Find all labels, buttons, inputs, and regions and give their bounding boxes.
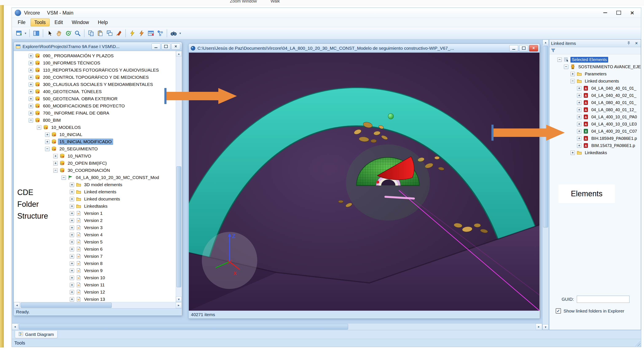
tree-item-label[interactable]: 04_LA_040_40_02_01_ [590, 93, 638, 98]
tree-item[interactable]: +A04_LA_080_40_01_12_ [550, 106, 641, 113]
explorer-close-button[interactable]: × [171, 43, 180, 50]
tree-item[interactable]: +300_CLAUSULAS SOCIALES Y MEDIOAMBIENTAL… [14, 81, 176, 88]
tree-item-label[interactable]: Parameters [584, 71, 608, 77]
tree-item[interactable]: +Version 11 [14, 281, 176, 289]
zoom-icon[interactable] [73, 29, 82, 38]
tree-item-label[interactable]: 10_MODELOS [50, 124, 82, 130]
collapse-icon[interactable]: − [45, 147, 50, 151]
scroll-right-arrow[interactable]: ► [536, 324, 542, 330]
expand-icon[interactable]: + [70, 254, 74, 259]
expand-icon[interactable]: + [29, 82, 33, 87]
tree-item-label[interactable]: Version 4 [83, 232, 104, 238]
tree-item-label[interactable]: Linked elements [83, 189, 118, 195]
explorer-horizontal-scrollbar[interactable]: ◄ ► [14, 302, 182, 308]
tree-item-label[interactable]: 20_SEGUIMIENTO [58, 146, 99, 152]
expand-icon[interactable]: + [70, 233, 74, 237]
cascade-icon[interactable] [105, 29, 114, 38]
tree-item[interactable]: +A04_LA_080_40_01_01_ [550, 99, 641, 106]
expand-icon[interactable]: + [577, 136, 582, 141]
lightning-yellow-icon[interactable] [128, 29, 137, 38]
table-grid-icon[interactable] [146, 29, 156, 38]
expand-icon[interactable]: + [29, 75, 33, 80]
scroll-left-arrow[interactable]: ◄ [12, 324, 18, 330]
paint-icon[interactable] [114, 29, 124, 38]
scroll-down-arrow[interactable]: ▼ [176, 297, 182, 302]
tree-item[interactable]: +500_GEOTECNIA. OBRA EXTERIOR [14, 95, 176, 102]
new-view-icon[interactable] [14, 29, 24, 38]
expand-icon[interactable]: + [70, 197, 74, 201]
orbit-icon[interactable] [64, 29, 73, 38]
tree-item-label[interactable]: 15_INICIAL MODIFICADO [58, 139, 113, 145]
tree-item[interactable]: −SOSTENIMIENTO AVANCE_EJE1 [550, 63, 641, 70]
tree-item-label[interactable]: 04_LA_080_40_01_12_ [590, 107, 638, 113]
expand-icon[interactable]: + [53, 154, 58, 158]
tree-item-label[interactable]: Version 11 [83, 282, 106, 288]
expand-icon[interactable]: + [53, 161, 58, 166]
expand-icon[interactable]: + [29, 97, 33, 101]
panel-close-icon[interactable]: × [634, 41, 639, 46]
mdi-horizontal-scrollbar[interactable]: ◄ ► [12, 323, 542, 330]
viewport-canvas[interactable]: Z X [189, 53, 540, 311]
show-linked-folders-checkbox[interactable]: ✓ [556, 308, 561, 314]
viewport-restore-button[interactable] [519, 45, 528, 51]
select-cursor-icon[interactable] [45, 29, 54, 38]
tree-item-label[interactable]: Version 5 [83, 239, 104, 245]
tree-item-label[interactable]: Version 1 [83, 210, 104, 216]
tree-item[interactable]: −Selected Elements [550, 56, 641, 63]
tree-item-label[interactable]: 04_LA_400_10_03_LE0 [590, 121, 638, 127]
tree-item-label[interactable]: Version 9 [83, 268, 104, 274]
expand-icon[interactable]: + [29, 68, 33, 72]
lightning-orange-icon[interactable] [137, 29, 146, 38]
tree-item[interactable]: +Linkedtasks [550, 149, 641, 156]
link-nodes-icon[interactable] [156, 29, 165, 38]
show-linked-folders-row[interactable]: ✓ Show linked folders in Explorer [550, 308, 624, 314]
tree-item-label[interactable]: BIM.15473_PA086E1.p [590, 143, 636, 148]
tree-item-label[interactable]: 04_LA_400_10_01_PA0 [590, 114, 638, 120]
expand-icon[interactable]: + [70, 247, 74, 251]
expand-icon[interactable]: + [70, 297, 74, 302]
expand-icon[interactable]: + [70, 218, 74, 223]
tree-item[interactable]: +700_ INFORME FINAL DE OBRA [14, 109, 176, 117]
mdi-vertical-scrollbar[interactable]: ▲ ▼ [542, 39, 549, 330]
expand-icon[interactable]: + [29, 111, 33, 115]
expand-icon[interactable]: + [70, 240, 74, 244]
tree-item-label[interactable]: Linked documents [584, 78, 620, 84]
menu-item-file[interactable]: File [14, 18, 29, 26]
tree-item-label[interactable]: 100_INFORMES TÉCNICOS [42, 60, 102, 66]
expand-icon[interactable]: + [70, 269, 74, 273]
tree-item-label[interactable]: Version 3 [83, 225, 104, 231]
tree-item[interactable]: +Version 12 [14, 289, 176, 296]
tree-item[interactable]: +110_REPORTAJES FOTOGRÁFICOS Y AUDIOVISU… [14, 66, 176, 74]
collapse-icon[interactable]: − [564, 65, 568, 69]
tree-item-label[interactable]: 200_CONTROL TOPOGRÁFICO Y DE MEDICIONES [42, 74, 150, 80]
expand-icon[interactable]: + [577, 143, 582, 148]
tree-item-label[interactable]: Version 13 [83, 296, 106, 302]
gantt-diagram-tab[interactable]: Gantt Diagram [15, 331, 58, 338]
tree-item-label[interactable]: Linked documents [83, 196, 121, 202]
minimize-button[interactable] [599, 9, 611, 17]
tree-item-label[interactable]: Linkedtasks [584, 150, 608, 156]
tree-item-label[interactable]: BIH.185949_PA086E1.p [590, 136, 638, 141]
close-button[interactable]: × [626, 9, 638, 17]
resize-grip[interactable] [635, 341, 640, 346]
tree-item-label[interactable]: 400_GEOTECNIA. TÚNELES [42, 89, 103, 94]
expand-icon[interactable]: + [577, 100, 582, 105]
pan-hand-icon[interactable] [54, 29, 64, 38]
expand-icon[interactable]: + [29, 89, 33, 94]
tree-item[interactable]: −Linked documents [550, 77, 641, 85]
scrollbar-thumb[interactable] [19, 324, 348, 330]
expand-icon[interactable]: + [70, 290, 74, 294]
tree-item[interactable]: +400_GEOTECNIA. TÚNELES [14, 88, 176, 95]
tree-item-label[interactable]: Version 2 [83, 218, 104, 223]
tree-item[interactable]: +10_NATIVO [14, 152, 176, 160]
expand-icon[interactable]: + [70, 183, 74, 187]
scroll-right-arrow[interactable]: ► [176, 302, 182, 308]
3d-scene[interactable]: Z X [189, 53, 540, 311]
tree-item-label[interactable]: 30_COORDINACIÓN [66, 167, 111, 173]
expand-icon[interactable]: + [577, 108, 582, 112]
tree-item-label[interactable]: 300_CLAUSULAS SOCIALES Y MEDIOAMBIENTALE… [42, 81, 154, 87]
expand-icon[interactable]: + [70, 204, 74, 209]
tree-item[interactable]: +15_INICIAL MODIFICADO [14, 138, 176, 145]
tree-item[interactable]: +Version 7 [14, 253, 176, 260]
tree-item-label[interactable]: 600_MODIFICACIONES DE PROYECTO [42, 103, 126, 109]
